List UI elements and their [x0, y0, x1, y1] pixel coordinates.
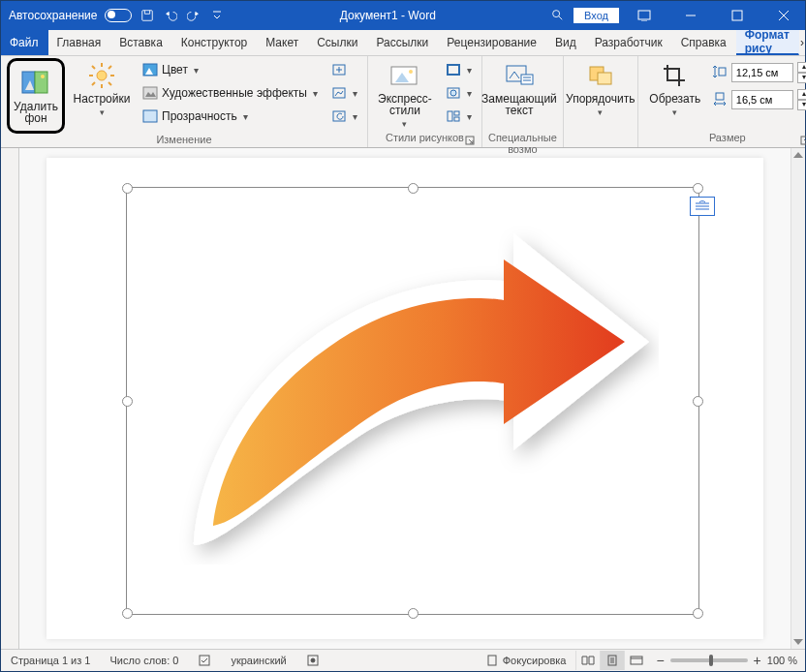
- tab-review[interactable]: Рецензирование: [438, 30, 546, 55]
- autosave-label: Автосохранение: [9, 9, 97, 22]
- change-picture-button[interactable]: ▾: [327, 83, 361, 103]
- corrections-label: Настройки: [74, 93, 131, 105]
- focus-mode-button[interactable]: Фокусировка: [476, 650, 576, 671]
- zoom-out-button[interactable]: −: [656, 653, 664, 668]
- read-mode-button[interactable]: [575, 651, 600, 670]
- qat-customize-icon[interactable]: [209, 8, 225, 23]
- tab-mailings[interactable]: Рассылки: [367, 30, 438, 55]
- layout-icon: [446, 108, 461, 124]
- tab-references[interactable]: Ссылки: [308, 30, 367, 55]
- title-bar: Автосохранение Документ1 - Word Вход: [1, 1, 805, 30]
- tab-developer[interactable]: Разработчик: [586, 30, 672, 55]
- alt-text-label: Замещающий текст: [481, 93, 557, 116]
- width-input[interactable]: [731, 90, 793, 109]
- color-label: Цвет: [162, 63, 188, 76]
- alt-text-button[interactable]: Замещающий текст: [488, 58, 550, 118]
- autosave-toggle[interactable]: [105, 9, 132, 22]
- tab-design[interactable]: Конструктор: [172, 30, 257, 55]
- ribbon-display-options-icon[interactable]: [623, 1, 666, 30]
- resize-handle[interactable]: [693, 396, 703, 407]
- svg-rect-25: [454, 117, 459, 121]
- remove-background-button[interactable]: Удалить фон: [7, 58, 65, 134]
- group-adjust: Удалить фон Настройки ▾ Цвет▾: [1, 56, 368, 147]
- dialog-launcher-icon[interactable]: [464, 135, 476, 146]
- web-layout-button[interactable]: [624, 651, 648, 670]
- zoom-in-button[interactable]: +: [754, 653, 761, 668]
- svg-point-22: [450, 90, 456, 96]
- compress-pictures-button[interactable]: [327, 60, 361, 79]
- word-count[interactable]: Число слов: 0: [100, 650, 188, 671]
- height-input[interactable]: [731, 63, 793, 82]
- quick-styles-button[interactable]: Экспресс-стили ▾: [374, 58, 436, 132]
- picture-effects-button[interactable]: ▾: [442, 83, 476, 103]
- canvas[interactable]: [19, 148, 790, 649]
- group-arrange: Упорядочить ▾: [564, 56, 638, 147]
- artistic-effects-button[interactable]: Художественные эффекты▾: [139, 83, 322, 103]
- tabs-overflow-icon[interactable]: ›: [799, 30, 805, 55]
- width-spinner[interactable]: ▴▾: [797, 89, 806, 110]
- resize-handle[interactable]: [122, 183, 133, 194]
- reset-picture-button[interactable]: ▾: [327, 107, 361, 126]
- vertical-scrollbar[interactable]: [790, 148, 805, 649]
- height-spinner[interactable]: ▴▾: [797, 62, 806, 83]
- zoom-slider[interactable]: [670, 658, 748, 662]
- picture-border-button[interactable]: ▾: [442, 60, 476, 79]
- tab-picture-format[interactable]: Формат рису: [736, 30, 799, 55]
- macro-icon[interactable]: [296, 650, 329, 671]
- page-indicator[interactable]: Страница 1 из 1: [1, 650, 100, 671]
- dialog-launcher-size-icon[interactable]: [799, 135, 806, 146]
- minimize-icon[interactable]: [669, 1, 712, 30]
- tab-file[interactable]: Файл: [1, 30, 48, 55]
- document-area: [1, 148, 805, 649]
- save-icon[interactable]: [140, 8, 155, 23]
- resize-handle[interactable]: [693, 608, 703, 619]
- zoom-value[interactable]: 100 %: [767, 655, 797, 666]
- resize-handle[interactable]: [693, 183, 703, 194]
- svg-rect-0: [142, 11, 153, 21]
- artistic-label: Художественные эффекты: [162, 86, 307, 100]
- svg-rect-37: [488, 656, 496, 665]
- inserted-picture[interactable]: [155, 226, 659, 565]
- vertical-ruler: [1, 148, 19, 649]
- undo-icon[interactable]: [163, 8, 178, 23]
- tab-insert[interactable]: Вставка: [110, 30, 172, 55]
- login-button[interactable]: Вход: [574, 8, 619, 23]
- svg-rect-11: [143, 87, 157, 99]
- close-icon[interactable]: [762, 1, 805, 30]
- layout-options-button[interactable]: [690, 197, 715, 216]
- crop-button[interactable]: Обрезать ▾: [644, 58, 706, 120]
- spellcheck-icon[interactable]: [188, 650, 221, 671]
- chevron-down-icon: ▾: [100, 107, 105, 118]
- resize-handle[interactable]: [408, 608, 418, 619]
- group-label-styles: Стили рисунков: [386, 132, 464, 143]
- color-button[interactable]: Цвет▾: [139, 60, 322, 79]
- resize-handle[interactable]: [122, 608, 133, 619]
- search-icon[interactable]: [550, 8, 564, 24]
- maximize-icon[interactable]: [716, 1, 759, 30]
- resize-handle[interactable]: [408, 183, 418, 194]
- svg-rect-39: [631, 657, 642, 664]
- reset-icon: [331, 108, 347, 124]
- tab-home[interactable]: Главная: [48, 30, 111, 55]
- arrange-icon: [585, 60, 616, 91]
- svg-rect-23: [448, 111, 452, 121]
- svg-rect-20: [448, 65, 459, 75]
- tab-help[interactable]: Справка: [672, 30, 736, 55]
- svg-rect-31: [719, 68, 726, 76]
- height-field[interactable]: ▴▾: [712, 62, 806, 83]
- resize-handle[interactable]: [122, 396, 133, 407]
- transparency-button[interactable]: Прозрачность▾: [139, 107, 322, 126]
- svg-point-36: [311, 658, 315, 662]
- width-field[interactable]: ▴▾: [712, 89, 806, 110]
- doc-title: Документ1 - Word: [225, 9, 550, 22]
- language-indicator[interactable]: украинский: [221, 650, 295, 671]
- tab-layout[interactable]: Макет: [257, 30, 308, 55]
- arrange-button[interactable]: Упорядочить ▾: [570, 58, 632, 120]
- tab-view[interactable]: Вид: [546, 30, 586, 55]
- print-layout-button[interactable]: [600, 651, 624, 670]
- group-label-size: Размер: [709, 132, 746, 143]
- corrections-button[interactable]: Настройки ▾: [71, 58, 133, 120]
- group-label-access: Специальные возмо: [488, 132, 557, 147]
- redo-icon[interactable]: [186, 8, 202, 23]
- picture-layout-button[interactable]: ▾: [442, 107, 476, 126]
